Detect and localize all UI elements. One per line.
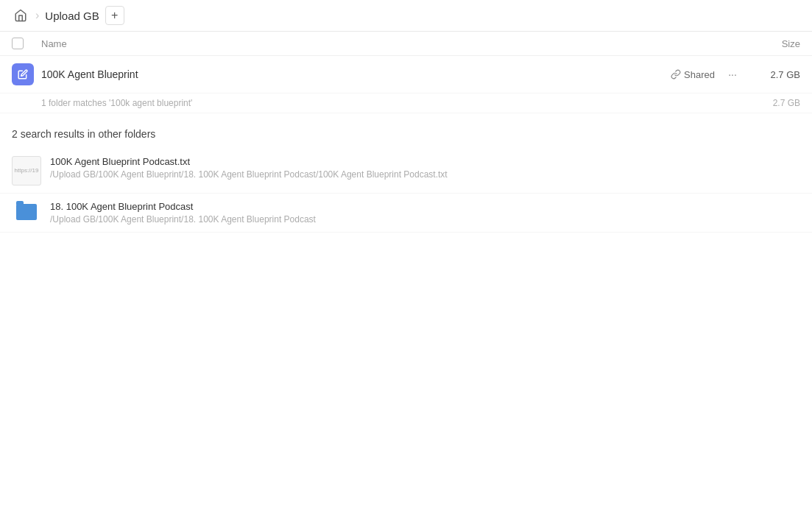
file-thumbnail-1: https://19 [12, 156, 41, 186]
other-result-name-1: 100K Agent Blueprint Podcast.txt [50, 156, 800, 167]
other-result-path-1: /Upload GB/100K Agent Blueprint/18. 100K… [50, 169, 800, 180]
other-result-row-2[interactable]: 18. 100K Agent Blueprint Podcast /Upload… [0, 194, 812, 233]
page-header: › Upload GB + [0, 0, 812, 32]
other-result-path-2: /Upload GB/100K Agent Blueprint/18. 100K… [50, 214, 800, 225]
row-checkbox-col [12, 63, 41, 85]
other-result-info-2: 18. 100K Agent Blueprint Podcast /Upload… [50, 201, 800, 225]
home-icon[interactable] [12, 7, 29, 24]
match-note-size: 2.7 GB [773, 98, 800, 108]
header-size-col: Size [741, 38, 800, 49]
thumb-text: https://19 [13, 166, 40, 176]
shared-text: Shared [684, 69, 715, 80]
match-note-text: 1 folder matches '100k agent blueprint' [41, 98, 192, 108]
header-name-col: Name [41, 38, 741, 49]
file-type-icon [12, 63, 34, 85]
main-result-name: 100K Agent Blueprint [41, 68, 671, 80]
breadcrumb-separator: › [35, 9, 39, 22]
folder-icon-2 [16, 204, 37, 220]
select-all-checkbox[interactable] [12, 38, 24, 49]
header-checkbox-col [12, 38, 41, 49]
other-result-row-1[interactable]: https://19 100K Agent Blueprint Podcast.… [0, 149, 812, 194]
more-options-button[interactable]: ··· [724, 66, 741, 83]
main-result-size: 2.7 GB [741, 69, 800, 80]
more-icon: ··· [728, 68, 737, 80]
other-result-info-1: 100K Agent Blueprint Podcast.txt /Upload… [50, 156, 800, 180]
other-section-header: 2 search results in other folders [0, 113, 812, 149]
add-button[interactable]: + [105, 6, 124, 25]
match-note-row: 1 folder matches '100k agent blueprint' … [0, 93, 812, 113]
breadcrumb-title: Upload GB [45, 10, 99, 22]
table-header: Name Size [0, 32, 812, 56]
shared-label: Shared [671, 69, 715, 80]
main-result-row[interactable]: 100K Agent Blueprint Shared ··· 2.7 GB [0, 56, 812, 93]
other-result-name-2: 18. 100K Agent Blueprint Podcast [50, 201, 800, 212]
